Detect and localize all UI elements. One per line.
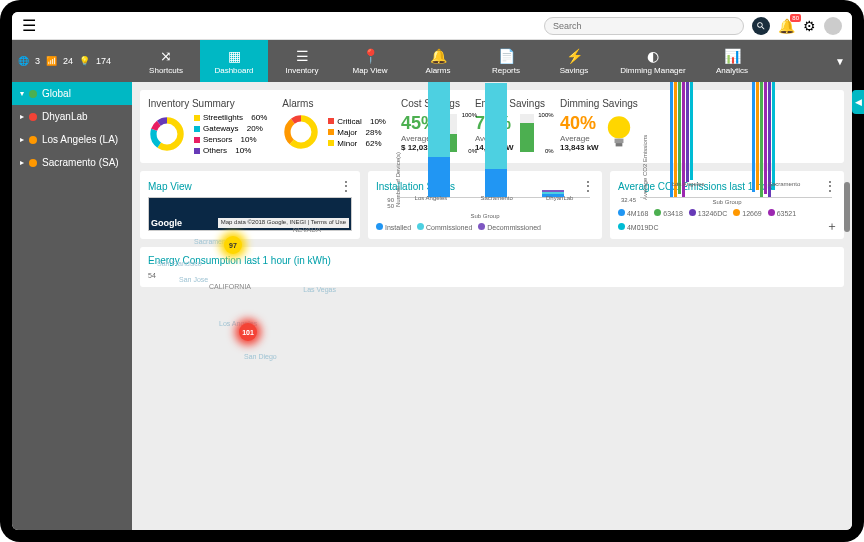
card-menu-icon[interactable]: ⋮: [340, 179, 352, 193]
scrollbar[interactable]: [844, 182, 850, 232]
chevron-right-icon: ▸: [20, 135, 24, 144]
bulb-icon: 💡: [79, 56, 90, 66]
avatar[interactable]: [824, 17, 842, 35]
install-chart: Number of Device(s) 9050 Los AngelesSacr…: [376, 197, 594, 211]
svg-rect-8: [614, 138, 623, 142]
nav-dimming[interactable]: ◐Dimming Manager: [608, 40, 698, 82]
pin-icon: 📍: [362, 48, 379, 64]
sidebar: ▾Global ▸DhyanLab ▸Los Angeles (LA) ▸Sac…: [12, 82, 132, 530]
nav-analytics[interactable]: 📊Analytics: [698, 40, 766, 82]
nav-shortcuts[interactable]: ⤨Shortcuts: [132, 40, 200, 82]
alarm-icon: 🔔: [430, 48, 447, 64]
menu-icon[interactable]: ☰: [22, 16, 36, 35]
bell-icon[interactable]: 🔔80: [778, 18, 795, 34]
nav-more[interactable]: ▼: [828, 40, 852, 82]
bolt-icon: ⚡: [566, 48, 583, 64]
dimming-pct: 40%: [560, 113, 599, 134]
map-card-title: Map View: [148, 181, 192, 192]
nav-inventory[interactable]: ☰Inventory: [268, 40, 336, 82]
card-menu-icon[interactable]: ⋮: [582, 179, 594, 193]
analytics-icon: 📊: [724, 48, 741, 64]
nav-reports[interactable]: 📄Reports: [472, 40, 540, 82]
svg-rect-9: [615, 143, 622, 146]
search-input[interactable]: [544, 17, 744, 35]
status-dot: [29, 113, 37, 121]
report-icon: 📄: [498, 48, 515, 64]
energy-bar: 100%0%: [520, 114, 534, 152]
nav-bar: 🌐3 📶24 💡174 ⤨Shortcuts ▦Dashboard ☰Inven…: [12, 40, 852, 82]
google-logo: Google: [151, 218, 182, 228]
status-dot: [29, 159, 37, 167]
status-dot: [29, 136, 37, 144]
main-content: Inventory Summary Streetlights 60% Gatew…: [132, 82, 852, 530]
list-icon: ☰: [296, 48, 309, 64]
inventory-donut: [148, 115, 186, 153]
nav-savings[interactable]: ⚡Savings: [540, 40, 608, 82]
nav-alarms[interactable]: 🔔Alarms: [404, 40, 472, 82]
gear-icon[interactable]: ⚙: [803, 18, 816, 34]
nav-mapview[interactable]: 📍Map View: [336, 40, 404, 82]
alarms-donut: [282, 113, 320, 151]
energy-consumption-card: Energy Consumption last 1 hour (in kWh) …: [140, 247, 844, 287]
sidebar-item-losangeles[interactable]: ▸Los Angeles (LA): [12, 128, 132, 151]
map-marker-losangeles[interactable]: 101: [239, 323, 257, 341]
map-marker-sacramento[interactable]: 97: [224, 236, 242, 254]
map[interactable]: NEVADA CALIFORNIA Sacramento San Francis…: [148, 197, 352, 231]
topbar: ☰ 🔔80 ⚙: [12, 12, 852, 40]
wifi-icon: 📶: [46, 56, 57, 66]
nav-dashboard[interactable]: ▦Dashboard: [200, 40, 268, 82]
sidebar-item-global[interactable]: ▾Global: [12, 82, 132, 105]
search-button[interactable]: [752, 17, 770, 35]
inventory-title: Inventory Summary: [148, 98, 267, 109]
bulb-glow-icon: [605, 114, 633, 152]
dimming-title: Dimming Savings: [560, 98, 638, 109]
status-indicators: 🌐3 📶24 💡174: [12, 40, 132, 82]
dim-icon: ◐: [647, 48, 659, 64]
sidebar-item-dhyanlab[interactable]: ▸DhyanLab: [12, 105, 132, 128]
expand-button[interactable]: ＋: [826, 218, 838, 235]
dashboard-icon: ▦: [228, 48, 241, 64]
chevron-right-icon: ▸: [20, 158, 24, 167]
svg-point-7: [607, 116, 629, 138]
chevron-right-icon: ▸: [20, 112, 24, 121]
alarms-title: Alarms: [282, 98, 386, 109]
status-dot: [29, 90, 37, 98]
sidebar-item-sacramento[interactable]: ▸Sacramento (SA): [12, 151, 132, 174]
globe-icon: 🌐: [18, 56, 29, 66]
chevron-down-icon: ▾: [20, 89, 24, 98]
notification-badge: 80: [790, 14, 801, 22]
shuffle-icon: ⤨: [160, 48, 172, 64]
